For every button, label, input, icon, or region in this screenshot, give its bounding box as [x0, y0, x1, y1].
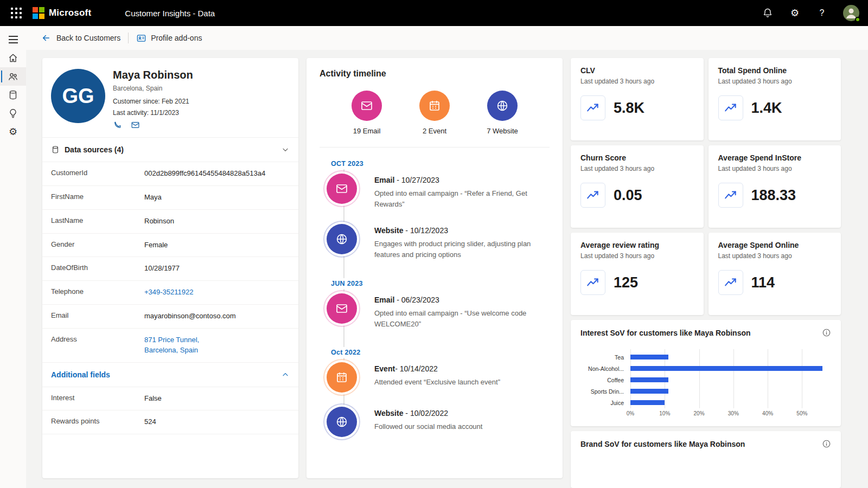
timeline-month: JUN 2023 — [328, 278, 366, 289]
entry-description: Attended event “Exclusive launch event” — [374, 377, 500, 388]
info-icon[interactable] — [822, 439, 831, 448]
bar-category-label: Coffee — [580, 377, 630, 383]
data-sources-header[interactable]: Data sources (4) — [42, 138, 298, 162]
bar-track — [630, 366, 819, 371]
field-value: Robinson — [144, 216, 174, 227]
summary-event[interactable]: 2 Event — [405, 91, 464, 135]
chevron-up-icon[interactable] — [281, 370, 290, 379]
interest-sov-chart: TeaNon-Alcohol...CoffeeSports Drin...Jui… — [580, 351, 831, 418]
additional-fields-header[interactable]: Additional fields — [42, 363, 298, 387]
kpi-card-clv: CLV Last updated 3 hours ago 5.8K — [571, 58, 704, 140]
bar-row: Non-Alcohol... — [580, 363, 831, 374]
trend-chart-icon — [718, 95, 743, 120]
customer-avatar: GG — [51, 69, 105, 123]
sidebar-item-insights[interactable] — [0, 104, 26, 123]
measures-column: CLV Last updated 3 hours ago 5.8K Total … — [571, 58, 841, 488]
entry-date: - 10/02/2022 — [403, 409, 448, 418]
bar-track — [630, 377, 819, 382]
telephone-link[interactable]: +349-35211922 — [144, 287, 194, 298]
timeline-entry[interactable]: Website - 10/12/2023 Engages with produc… — [327, 224, 550, 260]
field-label: LastName — [51, 216, 144, 224]
x-tick-label: 50% — [796, 410, 807, 416]
kpi-card-average-spend-instore: Average Spend InStore Last updated 3 hou… — [709, 145, 841, 228]
brand-sov-card: Brand SoV for customers like Maya Robins… — [571, 431, 841, 488]
entry-type: Website — [374, 226, 403, 235]
summary-email-label: 19 Email — [353, 127, 381, 135]
trend-chart-icon — [580, 95, 605, 120]
kpi-title: CLV — [580, 66, 694, 75]
back-arrow-icon — [41, 33, 51, 43]
sidebar-item-customers[interactable] — [0, 67, 26, 86]
profile-addons-button[interactable]: Profile add-ons — [136, 33, 202, 43]
bar-row: Sports Drin... — [580, 386, 831, 397]
command-bar: Back to Customers Profile add-ons — [26, 26, 868, 50]
field-row-telephone: Telephone +349-35211922 — [42, 281, 298, 305]
presence-dot — [855, 17, 860, 22]
info-icon[interactable] — [822, 328, 831, 337]
left-nav-rail: ⚙ — [0, 26, 26, 488]
sidebar-item-data[interactable] — [0, 86, 26, 104]
data-sources-icon — [51, 145, 60, 154]
interest-sov-card: Interest SoV for customers like Maya Rob… — [571, 320, 841, 426]
summary-email[interactable]: 19 Email — [337, 91, 397, 135]
calendar-circle-icon — [327, 362, 357, 393]
kpi-title: Average review rating — [580, 241, 694, 249]
field-label: Address — [51, 335, 144, 343]
calendar-circle-icon — [419, 91, 450, 121]
timeline-month: Oct 2022 — [328, 347, 364, 358]
timeline-divider — [320, 147, 550, 147]
kpi-updated: Last updated 3 hours ago — [718, 78, 832, 85]
globe-circle-icon — [327, 224, 357, 254]
kpi-value: 125 — [614, 274, 638, 291]
sidebar-item-settings[interactable]: ⚙ — [0, 123, 26, 141]
entry-title: Website - 10/12/2023 — [374, 226, 542, 235]
kpi-updated: Last updated 3 hours ago — [580, 252, 694, 260]
nav-menu-toggle[interactable] — [0, 30, 26, 49]
sidebar-item-home[interactable] — [0, 49, 26, 67]
kpi-card-churn-score: Churn Score Last updated 3 hours ago 0.0… — [571, 145, 704, 228]
kpi-title: Churn Score — [580, 153, 694, 162]
brand-sov-title: Brand SoV for customers like Maya Robins… — [580, 440, 745, 448]
address-link[interactable]: 871 Price Tunnel, Barcelona, Spain — [144, 335, 199, 356]
entry-description: Opted into email campaign - “Use welcome… — [374, 308, 542, 330]
timeline-title: Activity timeline — [320, 69, 550, 79]
phone-icon[interactable] — [113, 120, 122, 130]
kpi-value: 5.8K — [614, 100, 644, 117]
field-row-lastname: LastName Robinson — [42, 210, 298, 234]
globe-circle-icon — [487, 91, 518, 121]
bar — [630, 377, 668, 382]
email-circle-icon — [352, 91, 382, 121]
chevron-down-icon[interactable] — [281, 145, 290, 154]
x-tick-label: 40% — [762, 410, 773, 416]
back-to-customers-button[interactable]: Back to Customers — [41, 33, 120, 43]
trend-chart-icon — [718, 183, 743, 208]
email-icon[interactable] — [131, 120, 140, 130]
timeline-entry[interactable]: Event- 10/14/2022 Attended event “Exclus… — [327, 362, 550, 393]
trend-chart-icon — [580, 270, 605, 295]
field-value: Maya — [144, 192, 162, 203]
kpi-updated: Last updated 3 hours ago — [718, 165, 832, 172]
customer-name: Maya Robinson — [113, 69, 193, 81]
entry-title: Event- 10/14/2022 — [374, 364, 500, 373]
timeline-month: OCT 2023 — [328, 158, 367, 169]
summary-website[interactable]: 7 Website — [473, 91, 532, 135]
entry-title: Email - 10/27/2023 — [374, 176, 542, 184]
help-icon[interactable]: ? — [816, 7, 828, 19]
app-launcher-icon[interactable] — [9, 5, 24, 21]
timeline-entry[interactable]: Email - 10/27/2023 Opted into email camp… — [327, 174, 550, 210]
entry-type: Website — [374, 409, 403, 418]
kpi-title: Average Spend Online — [718, 241, 832, 249]
chart-ticks: 0%10%20%30%40%50% — [630, 410, 819, 418]
notifications-bell-icon[interactable] — [762, 7, 774, 19]
kpi-title: Total Spend Online — [718, 66, 832, 75]
timeline-entry[interactable]: Website - 10/02/2022 Followed our social… — [327, 407, 550, 437]
settings-gear-icon[interactable]: ⚙ — [789, 7, 801, 19]
timeline-entry[interactable]: Email - 06/23/2023 Opted into email camp… — [327, 293, 550, 330]
bar-row: Coffee — [580, 374, 831, 386]
kpi-card-average-spend-online: Average Spend Online Last updated 3 hour… — [709, 233, 841, 315]
bar — [630, 355, 668, 359]
user-avatar[interactable] — [843, 5, 859, 21]
field-value: mayarobinson@contoso.com — [144, 311, 236, 322]
customer-since: Customer since: Feb 2021 — [113, 98, 193, 105]
entry-type: Event — [374, 364, 395, 373]
